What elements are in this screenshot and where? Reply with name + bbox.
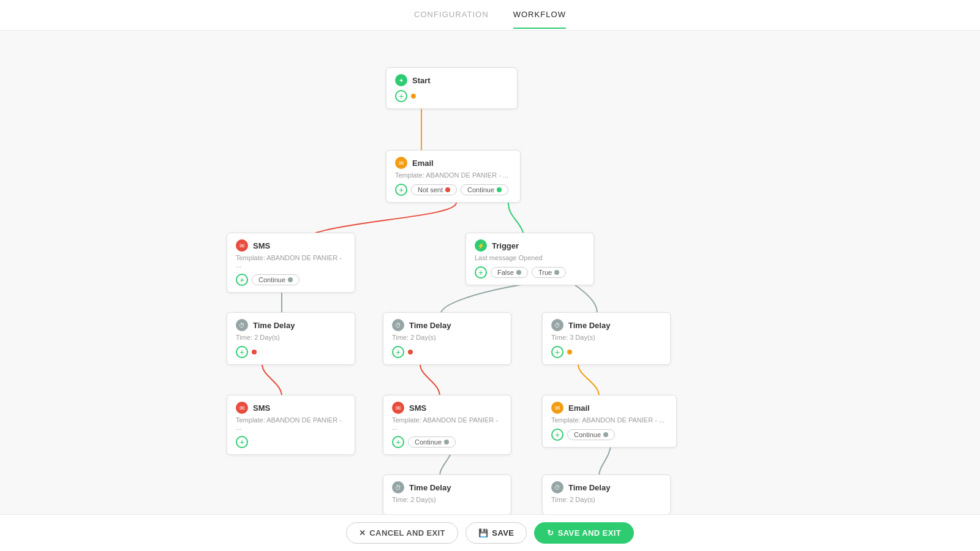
email1-notsent-tag: Not sent [411,184,457,195]
sms2-title: SMS [253,403,270,413]
sms1-node: ✉ SMS Template: ABANDON DE PANIER - ... … [227,233,355,293]
email1-add-btn[interactable]: + [395,184,407,196]
sms1-icon: ✉ [236,239,248,252]
save-icon: 💾 [478,528,488,538]
sms2-node: ✉ SMS Template: ABANDON DE PANIER - ... … [227,395,355,455]
sms2-add-btn[interactable]: + [236,436,248,448]
email1-continue-tag: Continue [461,184,508,195]
trigger-icon: ⚡ [475,239,487,252]
tab-workflow[interactable]: WORKFLOW [513,1,566,29]
sms1-continue-tag: Continue [252,274,300,285]
email2-icon: ✉ [551,402,564,414]
cancel-icon: ✕ [359,528,366,538]
timedelay2-add-btn[interactable]: + [392,346,404,358]
trigger-title: Trigger [492,241,519,250]
email1-subtitle: Template: ABANDON DE PANIER - ... [395,171,511,179]
email2-continue-tag: Continue [567,429,615,440]
tab-configuration[interactable]: CONFIGURATION [414,1,489,29]
timedelay1-icon: ⏱ [236,319,248,331]
trigger-false-tag: False [491,267,528,278]
timedelay3-title: Time Delay [568,321,610,330]
email2-node: ✉ Email Template: ABANDON DE PANIER - ..… [542,395,677,448]
timedelay1-dot [252,350,257,354]
timedelay2-subtitle: Time: 2 Day(s) [392,334,502,341]
timedelay1-subtitle: Time: 2 Day(s) [236,334,346,341]
trigger-node: ⚡ Trigger Last message Opened + False Tr… [466,233,594,285]
sms3-title: SMS [409,403,426,413]
save-button[interactable]: 💾 SAVE [466,522,527,544]
email2-add-btn[interactable]: + [551,429,564,441]
timedelay3-subtitle: Time: 3 Day(s) [551,334,662,341]
save-exit-button[interactable]: ↻ SAVE AND EXIT [534,522,634,544]
start-icon: ✦ [395,74,407,86]
timedelay4-icon: ⏱ [392,481,404,493]
sms3-continue-tag: Continue [408,437,456,448]
sms3-node: ✉ SMS Template: ABANDON DE PANIER - ... … [383,395,511,455]
timedelay4-node: ⏱ Time Delay Time: 2 Day(s) [383,474,511,514]
timedelay2-title: Time Delay [409,321,451,330]
sms3-add-btn[interactable]: + [392,436,404,448]
start-title: Start [412,76,431,85]
email1-node: ✉ Email Template: ABANDON DE PANIER - ..… [386,150,521,203]
start-node: ✦ Start + [386,67,518,109]
sms2-subtitle: Template: ABANDON DE PANIER - ... [236,416,346,431]
timedelay5-subtitle: Time: 2 Day(s) [551,496,662,503]
timedelay2-dot [408,350,413,354]
start-add-btn[interactable]: + [395,90,407,102]
start-dot [411,94,416,99]
timedelay2-icon: ⏱ [392,319,404,331]
timedelay2-node: ⏱ Time Delay Time: 2 Day(s) + [383,312,511,365]
timedelay3-node: ⏱ Time Delay Time: 3 Day(s) + [542,312,671,365]
header: CONFIGURATION WORKFLOW [0,0,980,31]
timedelay3-icon: ⏱ [551,319,564,331]
timedelay3-dot [567,350,572,354]
timedelay4-subtitle: Time: 2 Day(s) [392,496,502,503]
sms1-subtitle: Template: ABANDON DE PANIER - ... [236,254,346,269]
timedelay5-node: ⏱ Time Delay Time: 2 Day(s) [542,474,671,514]
trigger-true-tag: True [532,267,566,278]
timedelay5-title: Time Delay [568,483,610,492]
email1-title: Email [412,159,434,168]
sms2-icon: ✉ [236,402,248,414]
sms3-subtitle: Template: ABANDON DE PANIER - ... [392,416,502,431]
email2-title: Email [568,403,590,413]
timedelay1-title: Time Delay [253,321,295,330]
save-exit-label: SAVE AND EXIT [558,528,621,538]
timedelay4-title: Time Delay [409,483,451,492]
email1-icon: ✉ [395,157,407,169]
timedelay3-add-btn[interactable]: + [551,346,564,358]
save-exit-icon: ↻ [547,528,554,538]
cancel-label: CANCEL AND EXIT [369,528,445,538]
trigger-add-btn[interactable]: + [475,266,487,279]
workflow-canvas: ✦ Start + ✉ Email Template: ABANDON DE P… [0,31,980,514]
sms1-title: SMS [253,241,270,250]
sms1-add-btn[interactable]: + [236,274,248,286]
cancel-exit-button[interactable]: ✕ CANCEL AND EXIT [346,522,458,544]
timedelay5-icon: ⏱ [551,481,564,493]
trigger-subtitle: Last message Opened [475,254,585,261]
timedelay1-node: ⏱ Time Delay Time: 2 Day(s) + [227,312,355,365]
email2-subtitle: Template: ABANDON DE PANIER - ... [551,416,668,424]
footer: ✕ CANCEL AND EXIT 💾 SAVE ↻ SAVE AND EXIT [0,514,980,551]
save-label: SAVE [492,528,514,538]
timedelay1-add-btn[interactable]: + [236,346,248,358]
sms3-icon: ✉ [392,402,404,414]
